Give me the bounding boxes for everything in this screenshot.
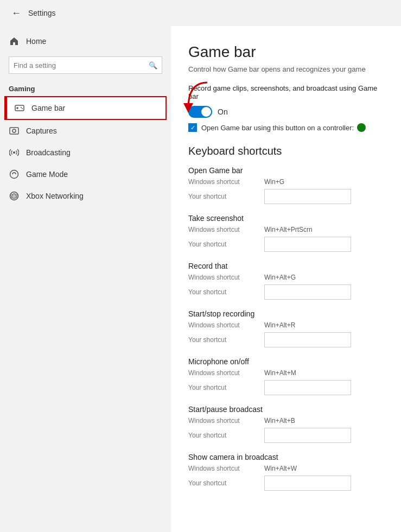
windows-shortcut-label: Windows shortcut [188, 321, 264, 329]
windows-shortcut-label: Windows shortcut [188, 465, 264, 472]
windows-shortcut-value: Win+Alt+M [264, 369, 296, 377]
windows-shortcut-label: Windows shortcut [188, 226, 264, 233]
your-shortcut-input[interactable] [264, 428, 351, 443]
your-shortcut-input[interactable] [264, 237, 351, 252]
controller-checkbox[interactable] [188, 123, 197, 132]
shortcut-group: Record that Windows shortcut Win+Alt+G Y… [188, 262, 384, 300]
your-shortcut-label: Your shortcut [188, 336, 264, 344]
windows-shortcut-value: Win+Alt+W [264, 465, 297, 472]
shortcut-your-row: Your shortcut [188, 476, 384, 491]
sidebar-item-xbox-networking[interactable]: Xbox Networking [0, 185, 171, 207]
svg-point-8 [10, 170, 18, 179]
xbox-icon [357, 123, 366, 132]
topbar-title: Settings [28, 9, 56, 17]
sidebar-item-broadcasting[interactable]: Broadcasting [0, 142, 171, 163]
shortcut-your-row: Your shortcut [188, 332, 384, 347]
sidebar-item-game-mode[interactable]: Game Mode [0, 163, 171, 185]
your-shortcut-label: Your shortcut [188, 384, 264, 391]
svg-rect-5 [10, 128, 18, 134]
svg-point-4 [22, 108, 23, 109]
shortcut-your-row: Your shortcut [188, 237, 384, 252]
shortcut-name: Start/stop recording [188, 309, 384, 318]
gamebar-highlight: Game bar [4, 96, 167, 120]
windows-shortcut-label: Windows shortcut [188, 369, 264, 377]
shortcut-your-row: Your shortcut [188, 428, 384, 443]
windows-shortcut-value: Win+Alt+PrtScrn [264, 226, 313, 233]
page-subtitle: Control how Game bar opens and recognize… [188, 65, 384, 73]
your-shortcut-label: Your shortcut [188, 240, 264, 248]
search-icon: 🔍 [149, 61, 157, 69]
keyboard-shortcuts-title: Keyboard shortcuts [188, 145, 384, 157]
svg-point-7 [13, 151, 15, 154]
shortcut-name: Show camera in broadcast [188, 453, 384, 461]
shortcut-your-row: Your shortcut [188, 284, 384, 300]
gamebar-icon [14, 103, 25, 113]
sidebar-item-captures[interactable]: Captures [0, 120, 171, 142]
sidebar-home-label: Home [26, 37, 46, 46]
toggle-label: On [218, 107, 228, 116]
shortcut-windows-row: Windows shortcut Win+Alt+PrtScrn [188, 226, 384, 233]
sidebar-item-label: Game Mode [26, 170, 68, 179]
back-icon: ← [11, 8, 21, 19]
windows-shortcut-label: Windows shortcut [188, 178, 264, 186]
toggle-switch[interactable] [188, 106, 212, 118]
search-input[interactable] [14, 61, 149, 69]
home-icon [9, 36, 20, 47]
main-layout: Home 🔍 Gaming Game bar [0, 26, 401, 532]
sidebar-item-label: Broadcasting [26, 148, 71, 157]
svg-point-6 [12, 129, 16, 132]
windows-shortcut-value: Win+G [264, 178, 284, 186]
shortcut-windows-row: Windows shortcut Win+Alt+G [188, 274, 384, 281]
xbox-networking-icon [9, 191, 20, 201]
your-shortcut-input[interactable] [264, 332, 351, 347]
windows-shortcut-label: Windows shortcut [188, 274, 264, 281]
sidebar-item-label: Captures [26, 126, 57, 135]
shortcut-your-row: Your shortcut [188, 380, 384, 395]
shortcut-group: Take screenshot Windows shortcut Win+Alt… [188, 214, 384, 252]
your-shortcut-label: Your shortcut [188, 479, 264, 487]
svg-point-3 [21, 107, 22, 108]
shortcut-windows-row: Windows shortcut Win+Alt+R [188, 321, 384, 329]
your-shortcut-input[interactable] [264, 380, 351, 395]
windows-shortcut-label: Windows shortcut [188, 417, 264, 425]
your-shortcut-label: Your shortcut [188, 288, 264, 296]
shortcut-windows-row: Windows shortcut Win+Alt+B [188, 417, 384, 425]
shortcut-windows-row: Windows shortcut Win+Alt+W [188, 465, 384, 472]
broadcasting-icon [9, 147, 20, 158]
shortcut-name: Start/pause broadcast [188, 405, 384, 414]
shortcut-group: Open Game bar Windows shortcut Win+G You… [188, 166, 384, 204]
your-shortcut-label: Your shortcut [188, 193, 264, 200]
shortcuts-container: Open Game bar Windows shortcut Win+G You… [188, 166, 384, 491]
sidebar-item-label: Xbox Networking [26, 192, 84, 200]
record-label: Record game clips, screenshots, and broa… [188, 84, 384, 100]
controller-label: Open Game bar using this button on a con… [201, 124, 354, 132]
back-button[interactable]: ← [9, 5, 24, 21]
toggle-row: On [188, 106, 384, 118]
your-shortcut-input[interactable] [264, 284, 351, 300]
content-area: Game bar Control how Game bar opens and … [171, 26, 401, 532]
captures-icon [9, 125, 20, 136]
windows-shortcut-value: Win+Alt+G [264, 274, 296, 281]
shortcut-group: Start/stop recording Windows shortcut Wi… [188, 309, 384, 347]
shortcut-windows-row: Windows shortcut Win+Alt+M [188, 369, 384, 377]
sidebar: Home 🔍 Gaming Game bar [0, 26, 171, 532]
windows-shortcut-value: Win+Alt+B [264, 417, 295, 425]
your-shortcut-input[interactable] [264, 476, 351, 491]
shortcut-your-row: Your shortcut [188, 189, 384, 204]
shortcut-windows-row: Windows shortcut Win+G [188, 178, 384, 186]
game-mode-icon [9, 169, 20, 180]
shortcut-group: Microphone on/off Windows shortcut Win+A… [188, 357, 384, 395]
shortcut-name: Take screenshot [188, 214, 384, 223]
sidebar-item-home[interactable]: Home [0, 30, 171, 52]
shortcut-name: Open Game bar [188, 166, 384, 175]
your-shortcut-label: Your shortcut [188, 432, 264, 439]
sidebar-item-label: Game bar [31, 104, 65, 112]
sidebar-item-game-bar[interactable]: Game bar [5, 97, 166, 119]
your-shortcut-input[interactable] [264, 189, 351, 204]
windows-shortcut-value: Win+Alt+R [264, 321, 295, 329]
sidebar-section-title: Gaming [0, 78, 171, 96]
topbar: ← Settings [0, 0, 401, 26]
search-box[interactable]: 🔍 [9, 56, 162, 74]
shortcut-group: Start/pause broadcast Windows shortcut W… [188, 405, 384, 443]
page-title: Game bar [188, 43, 384, 61]
